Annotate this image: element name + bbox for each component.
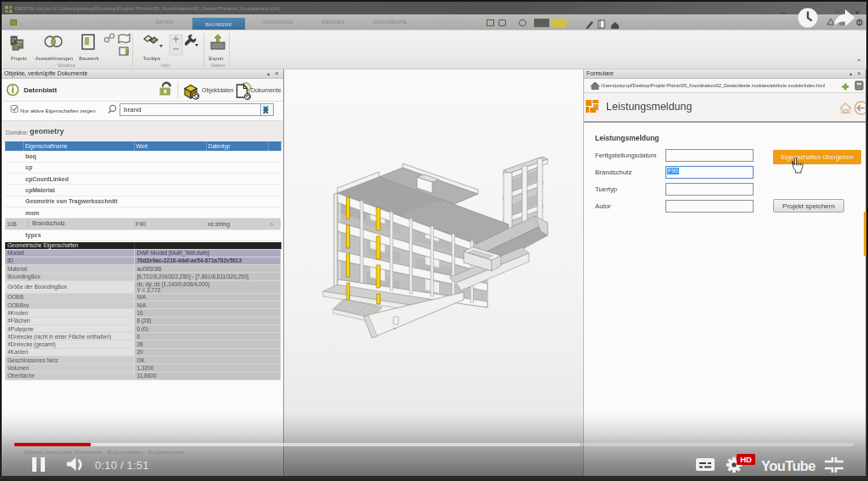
svg-text:YouTube: YouTube [761,458,815,473]
svg-text:HD: HD [740,455,752,464]
